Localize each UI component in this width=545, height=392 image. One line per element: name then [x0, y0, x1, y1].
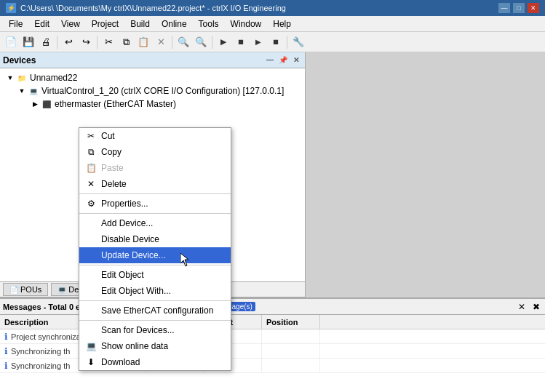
messages-total-label: Messages - Total 0 e — [3, 303, 80, 311]
undo-button[interactable]: ↩ — [60, 34, 76, 50]
ctx-edit-object[interactable]: Edit Object — [79, 267, 231, 283]
tree-item-ethermaster[interactable]: ▶ ⬛ ethermaster (EtherCAT Master) — [3, 97, 302, 111]
ctx-download-label: Download — [101, 357, 140, 367]
menu-edit[interactable]: Edit — [28, 16, 55, 31]
panel-close-btn[interactable]: ✕ — [290, 55, 302, 66]
title-bar-controls: — □ ✕ — [498, 3, 539, 13]
tree-label-unnamed22: Unnamed22 — [30, 73, 77, 83]
ctx-disable-device-label: Disable Device — [101, 234, 159, 244]
menu-help[interactable]: Help — [267, 16, 297, 31]
ctx-cut[interactable]: ✂ Cut — [79, 128, 231, 144]
toolbar: 📄 💾 🖨 ↩ ↪ ✂ ⧉ 📋 ✕ 🔍 🔍 ▶ ⏹ ▶ ⏹ 🔧 — [0, 32, 545, 52]
clear-messages-btn[interactable]: ✕ — [516, 301, 528, 313]
ctx-download[interactable]: ⬇ Download — [79, 354, 231, 370]
stop-button[interactable]: ⏹ — [233, 34, 249, 50]
delete-icon: ✕ — [84, 177, 98, 191]
menu-project[interactable]: Project — [86, 16, 124, 31]
filter-messages-btn[interactable]: ✖ — [530, 301, 542, 313]
msg-cell-position-2 — [262, 359, 320, 372]
panel-pin-btn[interactable]: 📌 — [277, 55, 289, 66]
new-button[interactable]: 📄 — [3, 34, 19, 50]
ctx-update-device-label: Update Device... — [101, 250, 166, 260]
ctx-sep-2 — [79, 213, 231, 214]
toolbar-sep-5 — [287, 36, 287, 49]
menu-tools[interactable]: Tools — [193, 16, 225, 31]
redo-button[interactable]: ↪ — [78, 34, 94, 50]
panel-minimize-btn[interactable]: — — [264, 55, 276, 66]
ctx-sep-1 — [79, 193, 231, 194]
ctx-properties[interactable]: ⚙ Properties... — [79, 196, 231, 212]
save-button[interactable]: 💾 — [20, 34, 36, 50]
ctx-scan-devices-label: Scan for Devices... — [101, 325, 175, 335]
tree-item-unnamed22[interactable]: ▼ 📁 Unnamed22 — [3, 71, 302, 84]
tree-item-virtualcontrol[interactable]: ▼ 💻 VirtualControl_1_20 (ctrlX CORE I/O … — [3, 84, 302, 97]
ctx-copy-label: Copy — [101, 147, 122, 157]
ctx-sep-5 — [79, 320, 231, 321]
menu-bar: File Edit View Project Build Online Tool… — [0, 16, 545, 32]
panel-header-controls: — 📌 ✕ — [264, 55, 302, 66]
ctx-disable-device[interactable]: Disable Device — [79, 231, 231, 247]
tab-pous[interactable]: 📄 POUs — [3, 283, 48, 296]
expand-unnamed22[interactable]: ▼ — [6, 73, 15, 82]
msg-text-1: Synchronizing th — [11, 347, 70, 356]
expand-ethermaster[interactable]: ▶ — [31, 100, 39, 108]
context-menu: ✂ Cut ⧉ Copy 📋 Paste ✕ Delete ⚙ Properti… — [79, 127, 231, 371]
ctx-add-device[interactable]: Add Device... — [79, 215, 231, 231]
tree-label-ethermaster: ethermaster (EtherCAT Master) — [55, 99, 176, 109]
copy-button[interactable]: ⧉ — [118, 34, 134, 50]
ctx-paste[interactable]: 📋 Paste — [79, 160, 231, 176]
toolbar-sep-3 — [172, 36, 172, 49]
ctx-show-online[interactable]: 💻 Show online data — [79, 338, 231, 354]
build-button[interactable]: ▶ — [215, 34, 231, 50]
right-panel — [306, 52, 545, 297]
toolbar-sep-1 — [57, 36, 57, 49]
ctx-save-ethercat[interactable]: Save EtherCAT configuration — [79, 303, 231, 319]
maximize-button[interactable]: □ — [513, 3, 525, 13]
cut-icon: ✂ — [84, 129, 98, 143]
devices-panel-title: Devices — [3, 55, 36, 65]
menu-online[interactable]: Online — [156, 16, 193, 31]
ctx-edit-object-with[interactable]: Edit Object With... — [79, 283, 231, 299]
ctx-cut-label: Cut — [101, 131, 115, 141]
pous-tab-icon: 📄 — [9, 285, 18, 294]
devices-panel-header: Devices — 📌 ✕ — [0, 52, 305, 68]
ctx-delete[interactable]: ✕ Delete — [79, 176, 231, 192]
minimize-button[interactable]: — — [498, 3, 510, 13]
print-button[interactable]: 🖨 — [38, 34, 54, 50]
msg-text-0: Project synchroniza — [11, 332, 81, 341]
window-title: C:\Users\ \Documents\My ctrlX\Unnamed22.… — [20, 4, 286, 12]
msg-info-icon-2: ℹ — [4, 361, 8, 371]
expand-virtualcontrol[interactable]: ▼ — [17, 87, 26, 95]
find-button[interactable]: 🔍 — [175, 34, 191, 50]
msg-text-2: Synchronizing th — [11, 361, 70, 370]
toolbar-sep-2 — [97, 36, 98, 49]
toolbar-sep-4 — [212, 36, 212, 49]
msg-info-icon-0: ℹ — [4, 332, 8, 342]
paste-icon: 📋 — [84, 161, 98, 175]
ctx-scan-devices[interactable]: Scan for Devices... — [79, 322, 231, 338]
paste-button[interactable]: 📋 — [135, 34, 151, 50]
ctx-update-device[interactable]: Update Device... — [79, 247, 231, 263]
cut-button[interactable]: ✂ — [100, 34, 116, 50]
menu-view[interactable]: View — [55, 16, 86, 31]
download-icon: ⬇ — [84, 355, 98, 369]
online-button[interactable]: 🔧 — [290, 34, 306, 50]
menu-file[interactable]: File — [3, 16, 28, 31]
ctx-edit-object-with-label: Edit Object With... — [101, 286, 171, 296]
close-button[interactable]: ✕ — [528, 3, 539, 13]
title-bar-left: ⚡ C:\Users\ \Documents\My ctrlX\Unnamed2… — [6, 3, 286, 13]
replace-button[interactable]: 🔍 — [193, 34, 209, 50]
menu-window[interactable]: Window — [225, 16, 268, 31]
login-button[interactable]: ▶ — [250, 34, 266, 50]
menu-build[interactable]: Build — [124, 16, 156, 31]
delete-button[interactable]: ✕ — [153, 34, 169, 50]
title-bar: ⚡ C:\Users\ \Documents\My ctrlX\Unnamed2… — [0, 0, 545, 16]
ctx-properties-label: Properties... — [101, 199, 148, 209]
app-icon: ⚡ — [6, 3, 16, 13]
logout-button[interactable]: ⏹ — [268, 34, 284, 50]
msg-cell-position-0 — [262, 329, 320, 343]
ctx-sep-3 — [79, 265, 231, 265]
msg-info-icon-1: ℹ — [4, 346, 8, 356]
ctx-copy[interactable]: ⧉ Copy — [79, 144, 231, 160]
msg-cell-position-1 — [262, 344, 320, 358]
